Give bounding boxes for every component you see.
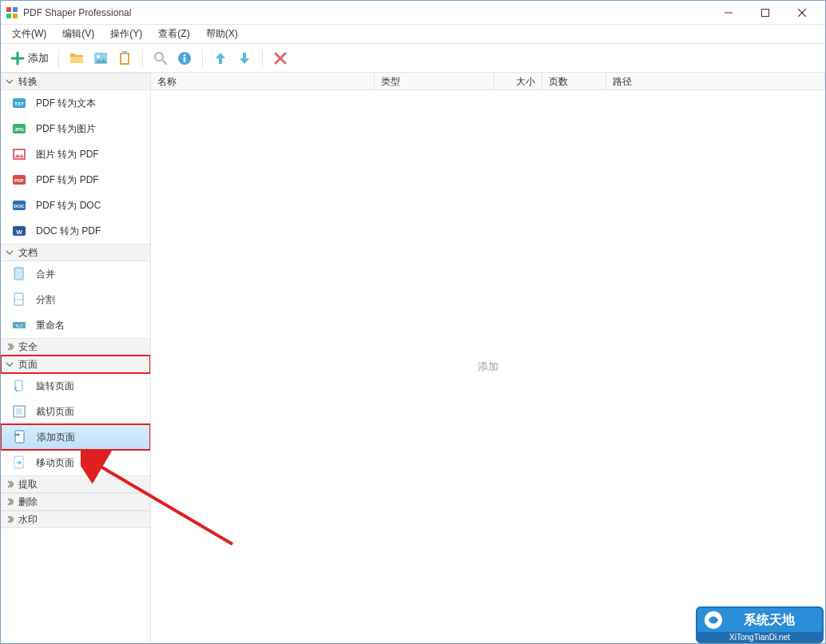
- sidebar-item-rotate-pages[interactable]: 旋转页面: [1, 373, 150, 399]
- paste-button[interactable]: [113, 47, 136, 70]
- search-button[interactable]: [149, 47, 172, 70]
- sidebar-item-rename[interactable]: a_z 重命名: [1, 312, 150, 338]
- crop-icon: [12, 404, 26, 419]
- minimize-button[interactable]: [710, 1, 747, 25]
- group-header-document[interactable]: 文档: [1, 244, 150, 261]
- sidebar-item-pdf-to-pdf[interactable]: PDF PDF 转为 PDF: [1, 167, 150, 193]
- sidebar-item-move-pages[interactable]: 移动页面: [1, 450, 150, 475]
- chevron-right-icon: [6, 343, 14, 351]
- clipboard-icon: [117, 50, 133, 66]
- chevron-right-icon: [6, 498, 14, 506]
- sidebar-item-label: 分割: [36, 293, 55, 307]
- group-header-watermark[interactable]: 水印: [1, 511, 150, 528]
- menu-action[interactable]: 操作(Y): [102, 25, 150, 43]
- file-list: 名称 类型 大小 页数 路径 添加: [151, 73, 825, 643]
- svg-rect-15: [122, 51, 127, 54]
- svg-rect-5: [762, 9, 769, 16]
- sidebar-item-label: 图片 转为 PDF: [36, 148, 99, 161]
- window-title: PDF Shaper Professional: [23, 7, 710, 18]
- separator: [202, 50, 203, 67]
- add-page-icon: [13, 430, 27, 444]
- app-icon: [6, 6, 18, 19]
- group-label: 删除: [18, 495, 38, 509]
- svg-rect-1: [13, 7, 18, 12]
- chevron-down-icon: [6, 248, 14, 256]
- svg-rect-42: [16, 408, 22, 415]
- arrow-up-icon: [212, 50, 228, 66]
- group-header-security[interactable]: 安全: [1, 338, 150, 356]
- remove-button[interactable]: [269, 47, 292, 70]
- svg-text:DOC: DOC: [14, 204, 25, 209]
- column-size[interactable]: 大小: [494, 73, 542, 89]
- sidebar-item-doc-to-pdf[interactable]: W DOC 转为 PDF: [1, 218, 150, 244]
- watermark-url: XiTongTianDi.net: [729, 633, 790, 642]
- group-label: 安全: [18, 340, 38, 354]
- sidebar-item-pdf-to-doc[interactable]: DOC PDF 转为 DOC: [1, 193, 150, 218]
- svg-rect-10: [70, 57, 83, 63]
- svg-rect-43: [15, 431, 24, 443]
- menu-file[interactable]: 文件(W): [4, 25, 54, 43]
- sidebar-item-pdf-to-text[interactable]: TXT PDF 转为文本: [1, 90, 150, 116]
- chevron-down-icon: [6, 360, 14, 368]
- separator: [142, 50, 143, 67]
- move-down-button[interactable]: [233, 47, 256, 70]
- rename-icon: a_z: [12, 318, 26, 332]
- group-header-pages[interactable]: 页面: [1, 356, 150, 373]
- watermark: 系统天地 XiTongTianDi.net: [696, 606, 824, 643]
- sidebar-item-label: 合并: [36, 268, 55, 281]
- image-button[interactable]: [89, 47, 112, 70]
- menu-help[interactable]: 帮助(X): [198, 25, 246, 43]
- column-pages[interactable]: 页数: [542, 73, 606, 89]
- add-label: 添加: [28, 51, 49, 66]
- info-button[interactable]: [173, 47, 196, 70]
- group-header-extract[interactable]: 提取: [1, 475, 150, 493]
- svg-rect-0: [6, 7, 11, 12]
- column-path[interactable]: 路径: [606, 73, 825, 89]
- svg-rect-2: [6, 14, 11, 18]
- sidebar-item-pdf-to-image[interactable]: JPG PDF 转为图片: [1, 116, 150, 141]
- menu-view[interactable]: 查看(Z): [150, 25, 197, 43]
- folder-icon: [69, 50, 85, 66]
- column-name[interactable]: 名称: [151, 73, 375, 89]
- svg-rect-40: [15, 380, 22, 391]
- doc-icon: DOC: [12, 198, 26, 213]
- main-area: 转换 TXT PDF 转为文本 JPG PDF 转为图片 图片 转为 PDF P…: [1, 73, 825, 643]
- add-button[interactable]: 添加: [7, 47, 52, 70]
- sidebar-item-split[interactable]: 分割: [1, 287, 150, 312]
- chevron-right-icon: [6, 480, 14, 488]
- svg-text:W: W: [16, 229, 22, 236]
- sidebar-item-add-pages[interactable]: 添加页面: [1, 424, 150, 450]
- sidebar-item-image-to-pdf[interactable]: 图片 转为 PDF: [1, 141, 150, 167]
- folder-button[interactable]: [66, 47, 88, 70]
- group-header-delete[interactable]: 删除: [1, 493, 150, 511]
- svg-point-12: [97, 55, 100, 58]
- menu-edit[interactable]: 编辑(V): [54, 25, 102, 43]
- maximize-button[interactable]: [747, 1, 784, 25]
- column-type[interactable]: 类型: [375, 73, 494, 89]
- group-label: 提取: [18, 478, 38, 491]
- rotate-icon: [12, 379, 26, 393]
- empty-placeholder: 添加: [478, 360, 498, 374]
- sidebar-item-crop-pages[interactable]: 裁切页面: [1, 399, 150, 424]
- chevron-down-icon: [6, 78, 14, 85]
- x-icon: [273, 51, 288, 66]
- group-header-convert[interactable]: 转换: [1, 73, 150, 90]
- sidebar: 转换 TXT PDF 转为文本 JPG PDF 转为图片 图片 转为 PDF P…: [1, 73, 151, 643]
- svg-rect-3: [13, 14, 18, 18]
- arrow-down-icon: [236, 50, 252, 66]
- list-body[interactable]: 添加: [151, 90, 825, 643]
- group-label: 转换: [18, 75, 38, 89]
- close-button[interactable]: [784, 1, 820, 25]
- chevron-right-icon: [6, 515, 14, 523]
- sidebar-item-label: 旋转页面: [36, 380, 74, 393]
- sidebar-item-merge[interactable]: 合并: [1, 261, 150, 287]
- svg-rect-20: [184, 57, 185, 62]
- svg-text:JPG: JPG: [14, 127, 24, 132]
- group-label: 水印: [18, 513, 38, 527]
- svg-rect-35: [14, 268, 23, 280]
- page-icon: [12, 267, 26, 281]
- move-up-button[interactable]: [209, 47, 232, 70]
- sidebar-item-label: PDF 转为 PDF: [36, 173, 99, 187]
- sidebar-item-label: PDF 转为文本: [36, 97, 96, 110]
- sidebar-item-label: PDF 转为 DOC: [36, 199, 101, 213]
